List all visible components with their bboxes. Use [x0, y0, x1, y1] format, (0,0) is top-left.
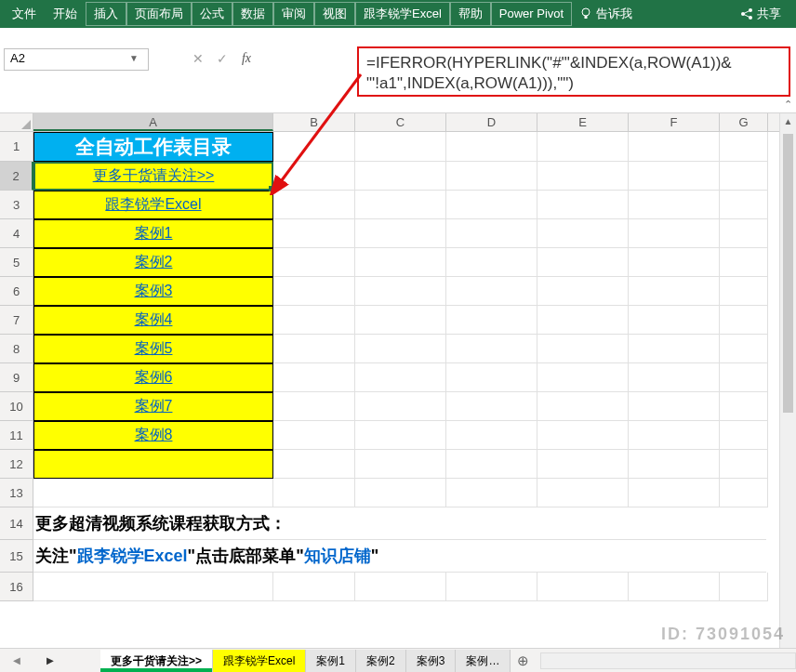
row-header-12[interactable]: 12 [0, 450, 33, 479]
cell[interactable] [720, 306, 768, 335]
cell-A7[interactable]: 案例4 [33, 306, 273, 335]
cell[interactable] [720, 162, 768, 191]
cell-A10[interactable]: 案例7 [33, 392, 273, 421]
formula-bar[interactable]: =IFERROR(HYPERLINK("#'"&INDEX(a,ROW(A1))… [357, 46, 790, 97]
cell[interactable] [537, 277, 629, 306]
cell[interactable] [720, 450, 768, 479]
row-header-11[interactable]: 11 [0, 421, 33, 450]
select-all-corner[interactable] [0, 113, 33, 131]
col-header-A[interactable]: A [33, 113, 273, 131]
ribbon-tab-data[interactable]: 数据 [232, 2, 273, 26]
sheet-tab-5[interactable]: 案例… [456, 650, 511, 672]
cell[interactable] [537, 162, 629, 191]
cell[interactable] [446, 450, 537, 479]
cell[interactable] [629, 248, 720, 277]
cell[interactable] [355, 363, 446, 392]
cell[interactable] [273, 479, 355, 507]
cell[interactable] [720, 277, 768, 306]
col-header-D[interactable]: D [446, 113, 537, 131]
cell[interactable] [629, 573, 720, 601]
cell[interactable] [720, 248, 768, 277]
sheet-tab-3[interactable]: 案例2 [356, 650, 406, 672]
cell[interactable] [629, 479, 720, 507]
name-box-dropdown-icon[interactable]: ▼ [126, 49, 142, 68]
cell[interactable] [720, 191, 768, 219]
cell[interactable] [273, 306, 355, 335]
tell-me-search[interactable]: 告诉我 [579, 6, 632, 22]
cell[interactable] [273, 248, 355, 277]
cell[interactable] [720, 219, 768, 248]
cell[interactable] [537, 248, 629, 277]
cell[interactable] [33, 479, 273, 507]
cell-A15[interactable]: 关注"跟李锐学Excel"点击底部菜单"知识店铺" [33, 540, 766, 573]
sheet-nav-prev-icon[interactable]: ◄ [0, 653, 33, 667]
row-header-6[interactable]: 6 [0, 277, 33, 306]
cell[interactable] [273, 573, 355, 601]
ribbon-tab-custom[interactable]: 跟李锐学Excel [355, 2, 450, 26]
row-header-3[interactable]: 3 [0, 191, 33, 219]
cell[interactable] [537, 219, 629, 248]
row-header-16[interactable]: 16 [0, 573, 33, 601]
cell[interactable] [446, 162, 537, 191]
cell[interactable] [273, 191, 355, 219]
cell[interactable] [446, 573, 537, 601]
cell-A3[interactable]: 跟李锐学Excel [33, 191, 273, 219]
row-header-9[interactable]: 9 [0, 363, 33, 392]
row-header-10[interactable]: 10 [0, 392, 33, 421]
row-header-2[interactable]: 2 [0, 162, 33, 191]
cell[interactable] [720, 363, 768, 392]
cell[interactable] [446, 248, 537, 277]
cell[interactable] [537, 573, 629, 601]
cell[interactable] [355, 421, 446, 450]
cell[interactable] [446, 363, 537, 392]
cell[interactable] [537, 335, 629, 363]
cell[interactable] [720, 421, 768, 450]
ribbon-tab-powerpivot[interactable]: Power Pivot [491, 2, 572, 26]
cell-A4[interactable]: 案例1 [33, 219, 273, 248]
cell[interactable] [629, 219, 720, 248]
cell[interactable] [537, 479, 629, 507]
cell[interactable] [355, 479, 446, 507]
cell[interactable] [355, 162, 446, 191]
scroll-up-icon[interactable]: ▲ [780, 113, 796, 130]
col-header-F[interactable]: F [629, 113, 720, 131]
cell[interactable] [273, 132, 355, 162]
cell[interactable] [355, 191, 446, 219]
cell[interactable] [537, 132, 629, 162]
cell[interactable] [629, 363, 720, 392]
ribbon-tab-file[interactable]: 文件 [4, 0, 45, 28]
cell[interactable] [720, 479, 768, 507]
cell[interactable] [629, 335, 720, 363]
cell[interactable] [720, 573, 768, 601]
cell[interactable] [629, 450, 720, 479]
row-header-7[interactable]: 7 [0, 306, 33, 335]
cell[interactable] [446, 335, 537, 363]
ribbon-tab-formulas[interactable]: 公式 [192, 2, 232, 26]
cell[interactable] [446, 277, 537, 306]
add-sheet-icon[interactable]: ⊕ [511, 652, 535, 669]
cell-A1[interactable]: 全自动工作表目录 [33, 132, 273, 162]
cell[interactable] [446, 191, 537, 219]
cell[interactable] [273, 219, 355, 248]
ribbon-tab-home[interactable]: 开始 [45, 0, 86, 28]
cell[interactable] [355, 392, 446, 421]
row-header-5[interactable]: 5 [0, 248, 33, 277]
sheet-tab-4[interactable]: 案例3 [406, 650, 457, 672]
sheet-nav-next-icon[interactable]: ► [33, 653, 67, 667]
formula-bar-expand-icon[interactable]: ⌃ [779, 99, 796, 111]
cell[interactable] [537, 363, 629, 392]
cell-A5[interactable]: 案例2 [33, 248, 273, 277]
cell[interactable] [629, 392, 720, 421]
cell-A12[interactable] [33, 450, 273, 479]
horizontal-scrollbar[interactable] [540, 652, 796, 669]
row-header-8[interactable]: 8 [0, 335, 33, 363]
cell[interactable] [537, 421, 629, 450]
col-header-B[interactable]: B [273, 113, 355, 131]
cell[interactable] [537, 392, 629, 421]
cell[interactable] [273, 277, 355, 306]
cell-A9[interactable]: 案例6 [33, 363, 273, 392]
cell[interactable] [33, 573, 273, 601]
cell[interactable] [720, 335, 768, 363]
row-header-14[interactable]: 14 [0, 507, 33, 540]
cell[interactable] [355, 306, 446, 335]
